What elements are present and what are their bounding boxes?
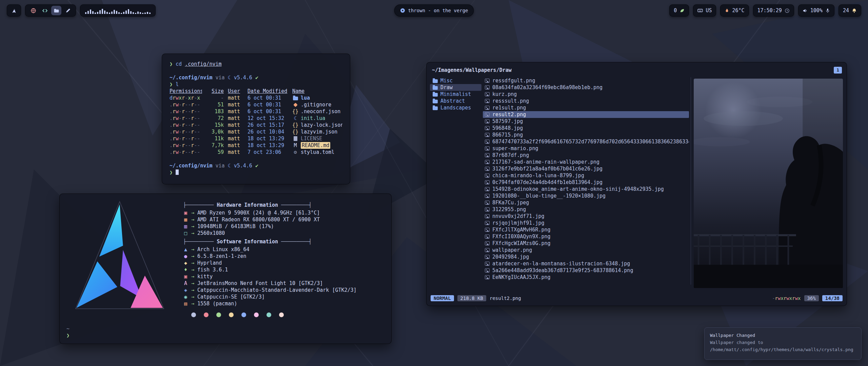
file-item[interactable]: 3122955.png <box>483 206 689 213</box>
launcher-button[interactable] <box>7 4 21 17</box>
file-item[interactable]: EeNKYgIUcAAJ5JX.png <box>483 274 689 281</box>
sidebar-folder-draw[interactable]: Draw <box>430 84 481 91</box>
command-line: ❯ l <box>170 81 342 88</box>
sidebar-folder-abstract[interactable]: Abstract <box>430 98 481 104</box>
updates-module[interactable]: 0 <box>669 4 689 17</box>
workspace-browser[interactable] <box>28 6 38 15</box>
font-icon: A <box>183 280 188 286</box>
sidebar-folder-misc[interactable]: Misc <box>430 77 481 84</box>
lua-icon: ☾ <box>228 75 231 81</box>
keyboard-layout-module[interactable]: US <box>693 4 716 17</box>
listing-row: .rw-r--r--7,7kmatt18 oct 13:29MREADME.md <box>170 142 342 149</box>
now-playing-label: thrown - on the verge <box>408 4 468 17</box>
file-item[interactable]: 0c794faf07de24a4db4d4fb1eb813964.jpg <box>483 179 689 186</box>
file-item[interactable]: resssult.png <box>483 98 689 104</box>
file-item[interactable]: re1sult.png <box>483 104 689 111</box>
file-item[interactable]: 08a634fa02a32364f69ebc86a98eb1eb.png <box>483 84 689 91</box>
file-listing: drwxr-xr-x-matt6 oct 00:31lua.rw-r--r--5… <box>170 95 342 156</box>
file-item[interactable]: result2.png <box>483 111 689 118</box>
file-item[interactable]: FXfcJlTXgAMvH6R.png <box>483 226 689 233</box>
file-item[interactable]: 217167-sad-anime-rain-wallpaper.png <box>483 159 689 165</box>
media-player-widget[interactable]: thrown - on the verge <box>394 4 474 17</box>
topbar-right: 0 US 26°C 17:50:29 <box>669 4 861 17</box>
cwd: ~/.config/nvim <box>170 75 212 81</box>
notification-popup[interactable]: Wallpaper Changed Wallpaper changed to /… <box>704 327 862 360</box>
fetch-line: ▥→10948MiB / 64183MiB (17%) <box>183 223 384 230</box>
file-item[interactable]: 87r687df.png <box>483 152 689 159</box>
tab-indicator[interactable]: 1 <box>834 67 842 74</box>
temperature-module[interactable]: 26°C <box>720 4 749 17</box>
file-item[interactable]: kurz.png <box>483 91 689 98</box>
image-icon <box>485 106 490 110</box>
image-icon <box>485 174 490 178</box>
command-line: ❯ cd .config/nvim <box>170 61 342 67</box>
clock-module[interactable]: 17:50:29 <box>753 4 794 17</box>
terminal-window[interactable]: ❯ cd .config/nvim ~/.config/nvim via ☾ v… <box>162 54 350 184</box>
file-item[interactable]: 68747470733a2f2f696d616765732d7769786d70… <box>483 138 689 145</box>
arrow-icon: → <box>191 273 194 280</box>
workspace-files[interactable] <box>51 6 61 15</box>
file-item[interactable]: nnvuv0xj2df71.jpg <box>483 213 689 220</box>
display-icon: □ <box>183 230 188 236</box>
file-item[interactable]: ressdfgult.png <box>483 77 689 84</box>
fetch-line: ▣→kitty <box>183 273 384 280</box>
command-arg: .config/nvim <box>185 61 221 67</box>
speaker-icon <box>803 8 808 13</box>
viz-bar <box>109 13 110 14</box>
viz-bar <box>142 13 143 14</box>
file-item[interactable]: 20492984.jpg <box>483 253 689 260</box>
active-prompt[interactable]: ❯ <box>170 169 342 176</box>
leaf-icon <box>679 8 685 13</box>
file-item[interactable]: FXfcHgcWIAMzs0G.png <box>483 240 689 247</box>
viz-bar <box>147 12 148 14</box>
fastfetch-window[interactable]: ├───────── Hardware Information ────────… <box>59 194 392 344</box>
file-item[interactable]: rsjqojlmjhf91.jpg <box>483 220 689 226</box>
palette-dot <box>279 312 284 317</box>
viz-bar <box>104 11 105 14</box>
viz-bar <box>85 12 86 14</box>
file-permissions: -rwxrwxrwx <box>772 296 801 301</box>
file-item[interactable]: 19201080-__blue-tinge__-1920×1080.jpg <box>483 192 689 199</box>
terminal-icon: ▣ <box>183 273 188 280</box>
file-item[interactable]: atardecer-en-la-montanas-ilustracion-634… <box>483 260 689 267</box>
folder-icon <box>433 100 438 103</box>
git-icon <box>293 103 298 107</box>
image-icon <box>485 160 490 164</box>
file-item[interactable]: 866715.png <box>483 131 689 138</box>
active-prompt[interactable]: ❯ <box>66 332 70 339</box>
file-item[interactable]: 3126f7e9bbf21a8a4af0b67b041c6e26.jpg <box>483 165 689 172</box>
json-icon: {} <box>292 128 298 135</box>
code-icon <box>42 8 48 14</box>
sidebar-folder-landscapes[interactable]: Landscapes <box>430 104 481 111</box>
viz-bar <box>90 9 91 14</box>
listing-row: .rw-r--r--15kmatt26 oct 15:17{}lazy-lock… <box>170 122 342 128</box>
wm-icon: ◆ <box>183 260 188 266</box>
image-icon <box>485 235 490 239</box>
workspace-edit[interactable] <box>63 6 73 15</box>
file-item[interactable]: FXfcII0X0AQyn9X.png <box>483 233 689 240</box>
sidebar-folder-minimalist[interactable]: Minimalist <box>430 91 481 98</box>
mode-badge: NORMAL <box>431 295 454 301</box>
clock-label: 17:50:29 <box>757 4 782 17</box>
audio-module[interactable]: 100% <box>798 4 834 17</box>
file-item[interactable]: super-mario.png <box>483 145 689 152</box>
file-item[interactable]: chica-mirando-la-luna-8799.jpg <box>483 172 689 179</box>
lua-icon: ☾ <box>228 163 231 169</box>
position-badge: 14/38 <box>822 295 843 301</box>
file-item[interactable]: 596848.jpg <box>483 125 689 131</box>
notifications-module[interactable]: 24 <box>839 4 861 17</box>
viz-bar <box>106 12 108 14</box>
updates-count: 0 <box>674 4 677 17</box>
viz-bar <box>97 12 98 14</box>
file-manager-window[interactable]: ~/Imagenes/Wallpapers/Draw 1 MiscDrawMin… <box>426 62 847 306</box>
edit-icon <box>65 8 71 14</box>
file-item[interactable]: 8FKa7Cu.jpeg <box>483 199 689 206</box>
file-item[interactable]: wallpaper.png <box>483 247 689 253</box>
file-item[interactable]: 5a266e448add93deab367d87173e9f25-6837886… <box>483 267 689 274</box>
arrow-icon: → <box>191 267 194 273</box>
workspace-code[interactable] <box>40 6 50 15</box>
json-icon: {} <box>292 108 298 115</box>
file-item[interactable]: 154928-odinokoe_anime-art-anime-okno-sin… <box>483 186 689 192</box>
file-item[interactable]: 587597.jpg <box>483 118 689 125</box>
icons-icon: ◉ <box>183 294 188 300</box>
